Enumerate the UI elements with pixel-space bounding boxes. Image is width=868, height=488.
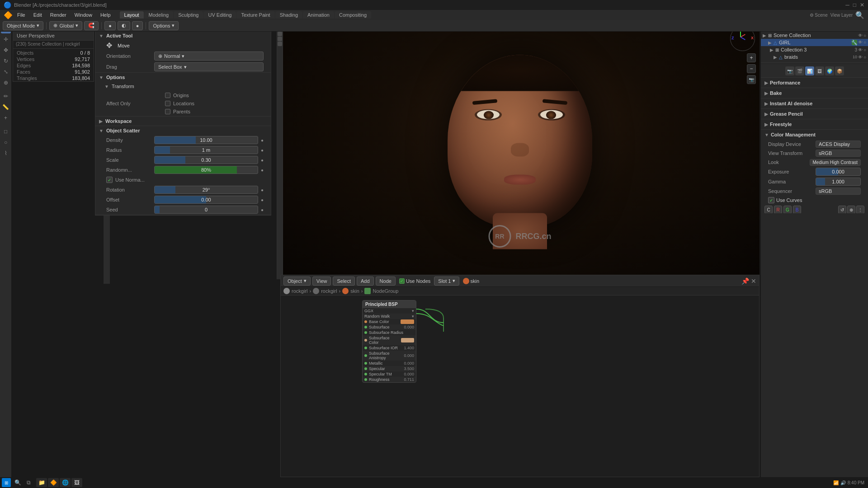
menu-help[interactable]: Help [97,11,114,19]
parents-checkbox[interactable] [165,109,170,114]
node-mode-btn[interactable]: Object ▾ [283,277,311,286]
freestyle-header[interactable]: ▶ Freestyle [761,119,868,129]
menu-edit[interactable]: Edit [30,11,46,19]
prop-view-icon[interactable]: 🖼 [815,66,824,75]
menu-file[interactable]: File [14,11,29,19]
node-editor-panel[interactable]: Object ▾ View Select Add Node ✓ Use Node… [280,275,760,477]
shading-material-btn[interactable]: ◐ [118,21,130,30]
start-button[interactable]: ⊞ [2,478,11,487]
tab-uv-editing[interactable]: UV Editing [203,11,236,19]
girl-constraint-icon[interactable]: 🔧 [852,40,857,45]
instant-ai-header[interactable]: ▶ Instant AI denoise [761,99,868,108]
principled-bsdf-node[interactable]: Principled BSP GGX ▾ Random Walk ▾ Base … [362,300,416,383]
offset-input[interactable]: 0.00 [154,196,258,204]
color-management-header[interactable]: ▼ Color Management [761,130,868,140]
tab-texture-paint[interactable]: Texture Paint [236,11,274,19]
lasso-select-tool[interactable]: ⌇ [1,148,11,158]
search-taskbar-btn[interactable]: 🔍 [13,477,23,488]
gamma-input[interactable]: 1.000 [816,178,861,186]
tab-compositing[interactable]: Compositing [335,11,371,19]
rotation-dot-btn[interactable]: ● [261,188,264,192]
random-dot-btn[interactable]: ● [261,168,264,173]
prop-output-icon[interactable]: 📊 [805,66,814,75]
nav-strip-btn-3[interactable] [278,42,282,46]
node-close-icon[interactable]: ✕ [751,277,756,285]
snap-btn[interactable]: 🧲 [84,21,99,30]
menu-render[interactable]: Render [47,11,70,19]
cursor-tool[interactable]: ✛ [1,34,11,44]
node-select-btn[interactable]: Select [333,277,355,286]
taskbar-blender[interactable]: 🔶 [48,478,59,487]
prop-world-icon[interactable]: 🌍 [825,66,834,75]
measure-tool[interactable]: 📏 [1,102,11,112]
curve-more-btn[interactable]: ⋮ [856,206,864,213]
curve-r-btn[interactable]: R [774,206,782,213]
outliner-girl[interactable]: ▶ △ GIRL 🔧 👁 ○ [761,39,868,46]
scale-dot-btn[interactable]: ● [261,158,264,163]
close-button[interactable]: ✕ [860,2,864,8]
orientation-dropdown[interactable]: ⊕ Normal ▾ [154,52,264,61]
coll3-vis[interactable]: 👁 [858,47,863,52]
girl-vis-icon[interactable]: 👁 [858,40,863,45]
outliner-collection3[interactable]: ▶ ⊞ Collection 3 3 👁 ○ [761,46,868,53]
use-nodes-checkbox[interactable]: ✓ [399,278,405,284]
tab-modeling[interactable]: Modeling [144,11,174,19]
sequencer-dropdown[interactable]: sRGB [816,188,861,195]
maximize-button[interactable]: □ [853,2,856,8]
rotation-input[interactable]: 29° [154,186,258,194]
slot-dropdown[interactable]: Slot 1 ▾ [434,277,459,286]
outliner-scene-collection[interactable]: ▶ ⊞ Scene Collection 👁 ○ [761,32,868,39]
seed-dot-btn[interactable]: ● [261,207,264,212]
curve-g-btn[interactable]: G [783,206,792,213]
coll3-dis[interactable]: ○ [863,47,866,52]
orientation-btn[interactable]: ⊕ Global ▾ [49,21,82,30]
base-color-swatch[interactable] [401,319,414,324]
node-content-area[interactable]: Principled BSP GGX ▾ Random Walk ▾ Base … [281,296,759,474]
radius-input[interactable]: 1 m [154,146,258,154]
prop-scene-icon[interactable]: 📷 [785,66,794,75]
main-3d-viewport[interactable]: RR RRCG.cn X Y Z + − 📷 [280,22,760,275]
girl-dis-icon[interactable]: ○ [863,40,866,45]
grease-pencil-header[interactable]: ▶ Grease Pencil [761,109,868,119]
taskbar-explorer[interactable]: 📁 [36,478,47,487]
use-normal-checkbox[interactable]: ✓ [106,177,113,183]
annotate-tool[interactable]: ✏ [1,91,11,101]
exposure-input[interactable]: 0.000 [816,168,861,176]
drag-dropdown[interactable]: Select Box ▾ [154,62,264,71]
active-tool-header[interactable]: ▼ Active Tool [95,31,271,40]
workspace-header[interactable]: ▶ Workspace [95,117,271,126]
outliner-braids[interactable]: ▶ △ braids 10 👁 ○ [761,53,868,61]
prop-render-icon[interactable]: 🎬 [795,66,804,75]
zoom-out-icon[interactable]: − [747,64,756,73]
use-curves-checkbox[interactable]: ✓ [768,197,774,203]
tab-sculpting[interactable]: Sculpting [174,11,203,19]
tab-shading[interactable]: Shading [275,11,302,19]
transform-tool[interactable]: ⊕ [1,78,11,88]
add-tool[interactable]: + [1,113,11,123]
node-node-btn[interactable]: Node [376,277,396,286]
node-view-btn[interactable]: View [312,277,331,286]
scale-tool[interactable]: ⤡ [1,67,11,77]
view-transform-dropdown[interactable]: sRGB [816,150,861,157]
braids-vis[interactable]: 👁 [858,55,863,60]
curve-reset-btn[interactable]: ↺ [838,206,846,213]
curve-c-btn[interactable]: C [764,206,773,213]
node-pin-icon[interactable]: 📌 [741,277,749,285]
seed-input[interactable]: 0 [154,206,258,214]
locations-checkbox[interactable] [165,101,170,106]
options-section-header[interactable]: ▼ Options [95,73,271,82]
braids-dis[interactable]: ○ [863,55,866,60]
box-select-tool[interactable]: □ [1,127,11,136]
tab-animation[interactable]: Animation [303,11,334,19]
scale-input[interactable]: 0.30 [154,156,258,164]
look-dropdown[interactable]: Medium High Contrast [810,159,861,166]
density-input[interactable]: 10.00 [154,136,258,144]
density-dot-btn[interactable]: ● [261,138,264,143]
menu-window[interactable]: Window [71,11,96,19]
curve-b-btn[interactable]: B [793,206,801,213]
display-device-dropdown[interactable]: ACES Display [816,141,861,148]
object-scatter-header[interactable]: ▼ Object Scatter [95,126,271,135]
random-input[interactable]: 80% [154,166,258,174]
nav-strip-btn-2[interactable] [278,37,282,41]
task-view-btn[interactable]: ⧉ [25,477,33,488]
